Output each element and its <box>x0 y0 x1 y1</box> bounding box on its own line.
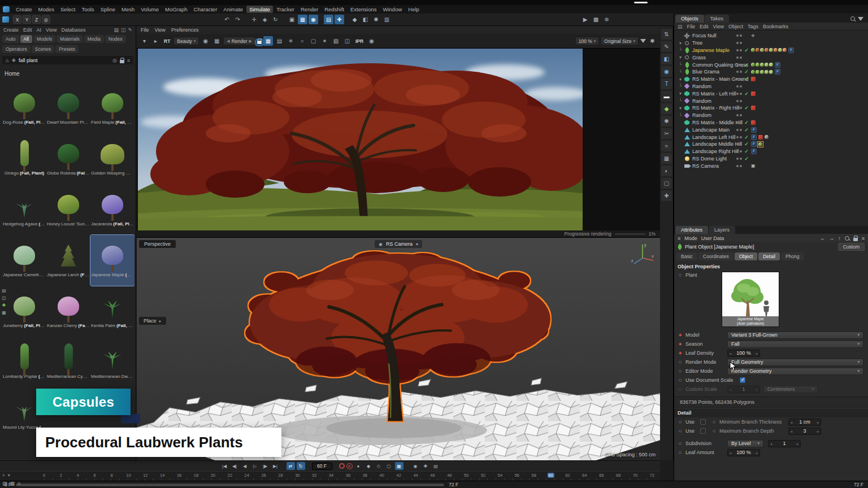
asset-filter-tab[interactable]: All <box>20 35 32 43</box>
frame-tick[interactable]: 38 <box>362 473 368 478</box>
object-row[interactable]: └Japanese Maple✓F <box>674 47 868 54</box>
filter-funnel-icon[interactable] <box>858 17 863 21</box>
add-tool-icon[interactable]: ✚ <box>661 190 672 201</box>
add-keyframe-icon[interactable]: ✚ <box>422 462 430 470</box>
asset-item[interactable]: Juneberry(Fall, Plant) <box>2 286 46 337</box>
asset-filter-tab[interactable]: Models <box>33 35 55 43</box>
autokey-icon[interactable]: A <box>346 463 353 469</box>
visibility-dots[interactable] <box>736 85 742 88</box>
material-tags[interactable] <box>751 63 773 67</box>
asset-header-icon[interactable]: ◫ <box>121 27 126 33</box>
visibility-dots[interactable] <box>736 71 742 73</box>
visibility-dots[interactable] <box>736 56 742 59</box>
object-row[interactable]: Landscape Left Hill✓F <box>674 133 868 141</box>
record-icon[interactable] <box>339 463 345 469</box>
asset-item[interactable]: Kanzan Cherry(Fall, Plant) <box>46 286 90 337</box>
user-data-button[interactable]: User Data <box>701 236 724 241</box>
asset-category-tab[interactable]: Operators <box>2 45 31 53</box>
frame-tick[interactable]: 16 <box>176 473 183 478</box>
editor-mode-select[interactable]: Render Geometry▾ <box>727 368 863 375</box>
visibility-dots[interactable] <box>736 93 742 95</box>
search-input[interactable]: fall plant <box>19 58 38 63</box>
visibility-dots[interactable] <box>736 100 742 102</box>
object-row[interactable]: Focus Null✛ <box>674 32 868 40</box>
menu-item[interactable]: Tools <box>79 6 97 13</box>
current-frame-field[interactable]: 60 F <box>312 463 332 470</box>
checker-icon[interactable]: ▦ <box>212 36 222 46</box>
frame-tick[interactable]: 30 <box>294 473 301 478</box>
asset-item[interactable]: Japanese Larch(Fall, Plant) <box>46 235 90 286</box>
split-icon[interactable]: ◫ <box>342 36 352 46</box>
generator-icon[interactable]: ✱ <box>661 116 672 127</box>
frame-tick[interactable]: 42 <box>395 473 402 478</box>
frame-tick[interactable]: 14 <box>159 473 166 478</box>
panel-menu-icon[interactable]: ≡ <box>678 236 680 241</box>
frame-tick[interactable]: 6 <box>93 473 97 478</box>
rail-grid-icon[interactable]: ◫ <box>2 295 6 300</box>
attributes-panel-tab[interactable]: Attributes <box>675 226 708 234</box>
min-branch-input[interactable]: ◂1 cm▸ <box>788 419 821 426</box>
snapshot-icon[interactable]: ▸ <box>151 36 160 46</box>
footer-list-icon[interactable]: ▤ <box>2 481 7 486</box>
model-select[interactable]: Variant 3 Full-Grown▾ <box>727 332 863 339</box>
document-end-field[interactable]: 72 F <box>854 482 863 487</box>
frame-tick[interactable]: 60 <box>547 473 554 478</box>
footer-menu-icon[interactable]: ≡ <box>18 481 20 486</box>
visibility-dots[interactable] <box>736 42 742 44</box>
object-row[interactable]: ▾RS Matrix - Right Hill✓ <box>674 104 868 112</box>
attribute-tab[interactable]: Object <box>735 252 758 260</box>
asset-item[interactable]: Golden Weeping Willow(Fall, Plant) <box>90 133 134 184</box>
frame-tick[interactable]: 70 <box>632 473 639 478</box>
frame-tick[interactable]: 32 <box>311 473 318 478</box>
frame-tick[interactable]: 10 <box>125 473 132 478</box>
rail-board-icon[interactable]: ▦ <box>2 310 6 315</box>
menu-item[interactable]: Animate <box>220 6 246 13</box>
object-row[interactable]: Landscape Right Hill✓F <box>674 148 868 155</box>
axis-lock-button[interactable]: X <box>13 15 21 24</box>
filter-icon[interactable] <box>640 39 646 43</box>
render-region-icon[interactable]: ▩ <box>591 15 601 24</box>
star-icon[interactable]: ✶ <box>320 36 329 46</box>
text-tool-icon[interactable]: T <box>661 79 672 89</box>
redshift-tag-icon[interactable] <box>751 106 756 110</box>
custom-preset-button[interactable]: Custom <box>838 243 865 251</box>
axis-mode-icon[interactable]: ◧ <box>361 15 370 24</box>
asset-filter-tab[interactable]: Materials <box>57 35 83 43</box>
frame-tick[interactable]: 34 <box>328 473 335 478</box>
material-tags[interactable] <box>765 135 769 139</box>
render-view-menu-item[interactable]: Preferences <box>171 27 199 33</box>
region-icon[interactable]: ○ <box>297 36 307 46</box>
object-menu-item[interactable]: Bookmarks <box>763 24 788 29</box>
size-select[interactable]: Original Size▾ <box>601 37 639 45</box>
snap-icon[interactable]: ▤ <box>324 15 333 24</box>
asset-filter-tab[interactable]: Nodes <box>105 35 126 43</box>
zoom-select[interactable]: 100 %▾ <box>575 37 600 45</box>
frame-tick[interactable]: 20 <box>210 473 216 478</box>
asset-item[interactable]: Honey Locust 'Sunburst'(Fall, Plant) <box>46 184 90 235</box>
frame-tick[interactable]: 2 <box>59 473 63 478</box>
max-branch-use-checkbox[interactable] <box>700 428 706 434</box>
field-tag-icon[interactable]: F <box>788 47 794 53</box>
target-icon[interactable]: ◎ <box>112 58 117 63</box>
frame-ruler[interactable]: ≡ ▾ 024681012141618202224262830323436384… <box>0 471 660 481</box>
frame-tick[interactable]: 62 <box>564 473 571 478</box>
key-pla-icon[interactable]: ▦ <box>395 462 403 470</box>
asset-item[interactable]: Field Maple(Fall, Plant) <box>90 82 134 133</box>
field-tool-icon[interactable]: ◐ <box>661 165 672 176</box>
object-row[interactable]: └Random <box>674 112 868 119</box>
custom-scale-input[interactable]: ◂1▸ <box>727 386 760 393</box>
pen-tool-icon[interactable]: ✎ <box>661 41 672 52</box>
frame-tick[interactable]: 12 <box>142 473 149 478</box>
object-manager-tab[interactable]: Objects <box>675 15 704 23</box>
asset-header-icon[interactable]: ▤ <box>114 27 119 33</box>
asset-item[interactable]: Kentia Palm(Fall, Plant) <box>90 286 134 337</box>
range-scrollbar-thumb[interactable] <box>16 483 444 486</box>
object-menu-item[interactable]: View <box>713 24 724 29</box>
workplane-icon[interactable]: ▥ <box>382 15 392 24</box>
leaf-density-input[interactable]: ◂100 %▸ <box>727 350 760 357</box>
list-icon[interactable]: ≡ <box>127 58 130 63</box>
asset-item[interactable]: Lombardy Poplar(Fall, Plant) <box>2 337 46 387</box>
asset-menu-item[interactable]: Edit <box>23 27 32 33</box>
asset-menu-item[interactable]: Databases <box>61 27 85 33</box>
frame-tick[interactable]: 68 <box>615 473 622 478</box>
